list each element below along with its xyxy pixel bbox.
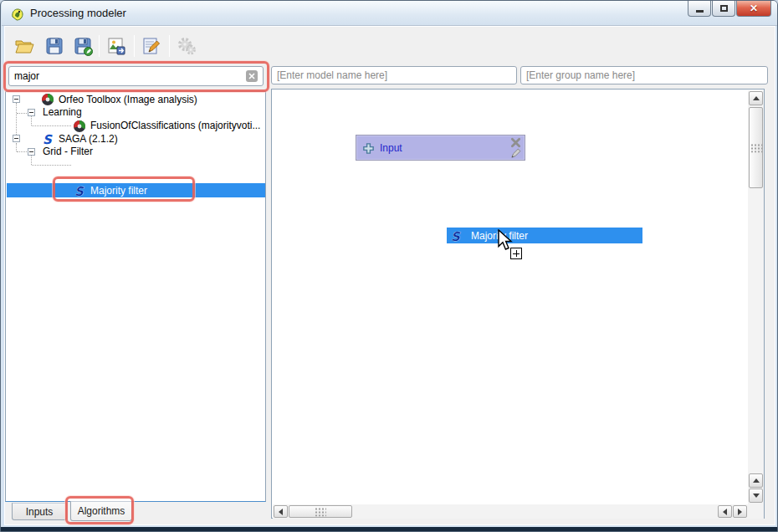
clear-search-button[interactable] [246, 70, 258, 82]
vertical-scroll-thumb[interactable] [749, 107, 763, 188]
title-bar[interactable]: Processing modeler ✕ [2, 1, 778, 26]
plus-icon [362, 142, 375, 155]
window-frame-edge [1, 527, 778, 531]
delete-x-icon[interactable] [510, 137, 521, 148]
horizontal-scroll-thumb[interactable] [289, 505, 352, 518]
tree-item-learning[interactable]: Learning [43, 106, 82, 120]
close-icon: ✕ [750, 3, 758, 14]
thumb-grip [750, 143, 762, 152]
maximize-button[interactable] [712, 1, 735, 17]
toolbar-separator [169, 35, 170, 57]
tree-line [31, 116, 32, 125]
otb-icon [41, 93, 54, 106]
clear-icon [248, 73, 255, 79]
toolbar-separator [134, 35, 135, 57]
group-name-input[interactable] [520, 66, 768, 84]
tree-line [16, 103, 17, 135]
processing-modeler-window: Processing modeler ✕ [0, 0, 778, 532]
minimize-button[interactable] [688, 1, 711, 17]
triangle-up-icon [753, 96, 760, 100]
scroll-up-button-2[interactable] [749, 473, 763, 488]
dragged-majority-filter[interactable]: S Majority filter [447, 228, 642, 243]
export-image-icon [106, 36, 126, 56]
toolbar-separator [99, 35, 100, 57]
svg-text:S: S [74, 184, 84, 197]
algorithm-tree[interactable]: Orfeo Toolbox (Image analysis) Learning … [5, 91, 266, 502]
save-icon [44, 36, 64, 56]
svg-text:S: S [43, 132, 53, 146]
save-model-as-button[interactable] [70, 33, 95, 59]
model-name-input[interactable] [271, 66, 517, 84]
save-model-button[interactable] [42, 33, 67, 59]
edit-model-help-button[interactable] [139, 33, 164, 59]
tree-expander[interactable] [13, 135, 20, 142]
window-title: Processing modeler [30, 7, 126, 19]
triangle-left-icon [279, 509, 283, 515]
edit-pencil-icon[interactable] [510, 148, 521, 159]
tree-expander[interactable] [28, 109, 35, 116]
tree-expander[interactable] [13, 95, 20, 103]
saga-icon: S [73, 184, 86, 197]
tab-inputs-label: Inputs [26, 506, 54, 518]
triangle-left-icon [723, 509, 727, 515]
triangle-right-icon [738, 509, 742, 515]
tree-item-majority-filter[interactable]: Majority filter [90, 185, 147, 198]
model-canvas[interactable]: Input S Majority filter [271, 89, 765, 519]
tree-expander[interactable] [28, 148, 35, 156]
scroll-left-button[interactable] [274, 505, 288, 518]
tree-line [17, 151, 27, 152]
tree-item-fusion-of-classifications[interactable]: FusionOfClassifications (majorityvoti... [90, 120, 260, 133]
qgis-logo-icon [10, 7, 25, 22]
open-model-button[interactable] [12, 33, 37, 59]
tree-line [32, 125, 71, 126]
tab-algorithms-label: Algorithms [78, 505, 125, 517]
scroll-down-button[interactable] [749, 489, 763, 503]
tab-algorithms[interactable]: Algorithms [70, 501, 132, 521]
arrow-cursor-icon [496, 229, 514, 253]
svg-text:S: S [451, 229, 461, 243]
scroll-left-button-2[interactable] [718, 505, 732, 518]
export-as-image-button[interactable] [104, 33, 129, 59]
tree-item-saga[interactable]: SAGA (2.1.2) [59, 133, 118, 146]
tree-item-grid-filter[interactable]: Grid - Filter [43, 146, 93, 159]
tab-inputs[interactable]: Inputs [12, 503, 67, 520]
scroll-right-button[interactable] [733, 505, 747, 518]
tree-line [32, 165, 71, 166]
input-node[interactable]: Input [356, 135, 525, 161]
save-as-icon [73, 36, 93, 56]
input-node-label: Input [380, 142, 402, 154]
thumb-grip [315, 507, 326, 516]
folder-open-icon [14, 36, 34, 56]
tree-line [17, 113, 27, 114]
client-area: Orfeo Toolbox (Image analysis) Learning … [4, 26, 775, 525]
saga-icon: S [41, 132, 54, 146]
triangle-up-icon [753, 478, 760, 483]
minimize-icon [696, 10, 704, 13]
otb-icon [73, 120, 86, 133]
run-gears-icon [177, 36, 197, 56]
saga-icon: S [449, 229, 463, 243]
run-model-button[interactable] [174, 33, 199, 59]
edit-help-icon [141, 36, 161, 56]
maximize-icon [720, 5, 728, 12]
tree-line [16, 143, 17, 151]
search-input[interactable] [8, 66, 264, 86]
scroll-up-button[interactable] [749, 91, 763, 105]
tree-line [31, 156, 32, 165]
tree-item-orfeo-toolbox[interactable]: Orfeo Toolbox (Image analysis) [59, 94, 197, 107]
close-button[interactable]: ✕ [736, 1, 771, 17]
triangle-down-icon [753, 494, 760, 498]
